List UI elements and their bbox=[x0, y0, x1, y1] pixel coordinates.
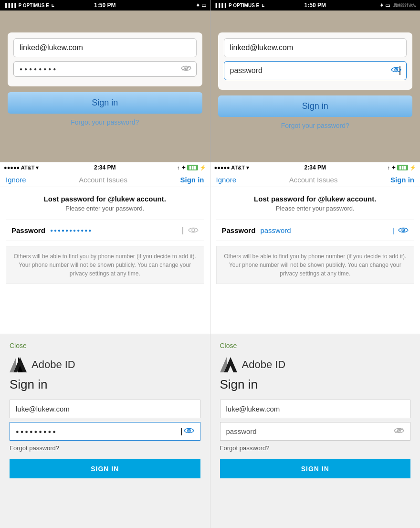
password-label-right: Password bbox=[222, 226, 256, 234]
location-icon: ↑ bbox=[177, 165, 180, 170]
ignore-button-right[interactable]: Ignore bbox=[216, 176, 237, 184]
password-field-left[interactable]: ●●●●●●●● bbox=[13, 61, 197, 77]
battery-icon: ▭ bbox=[201, 2, 206, 9]
form-container-left: linked@lukew.com ●●●●●●●● bbox=[8, 32, 202, 126]
carrier-label: P OPTIMUS E bbox=[19, 3, 49, 8]
signal-icon: ▐▐▐▐ bbox=[4, 3, 16, 8]
bt-icon-left: ✦ bbox=[181, 165, 186, 171]
adobe-screen-left: Close Adobe ID Sign in ●●●●●●●●● bbox=[0, 334, 210, 528]
twitter-screen-left: ●●●●● AT&T ▾ 2:34 PM ↑ ✦ ▮▮▮ ⚡ Ignore Ac… bbox=[0, 162, 210, 334]
signin-button-right[interactable]: Sign in bbox=[218, 95, 413, 117]
signin-link-left[interactable]: Sign in bbox=[180, 176, 204, 184]
time-twitter-left: 2:34 PM bbox=[94, 164, 116, 171]
bg-overlay-right: linked@lukew.com password bbox=[210, 11, 420, 162]
adobe-signin-title-right: Sign in bbox=[220, 377, 411, 392]
svg-point-4 bbox=[192, 229, 195, 232]
adobe-signin-button-right[interactable]: SIGN IN bbox=[220, 459, 411, 478]
carrier-label-r: P OPTIMUS E bbox=[229, 3, 259, 8]
eye-icon-twitter-right[interactable] bbox=[398, 225, 409, 236]
close-button-right[interactable]: Close bbox=[220, 342, 411, 349]
status-right-icons-right: ✦ ▭ 思绪设计论坛 bbox=[379, 2, 416, 9]
edge-indicator-r: E bbox=[262, 3, 264, 8]
ignore-button-left[interactable]: Ignore bbox=[6, 176, 26, 184]
privacy-note-left: Others will be able to find you by phone… bbox=[6, 246, 204, 284]
status-right-icons-left: ✦ ▭ bbox=[196, 2, 206, 9]
lost-pw-sub-right: Please enter your password. bbox=[216, 205, 415, 212]
adobe-signin-button-left[interactable]: SIGN IN bbox=[10, 459, 200, 478]
row2-twitter-screens: ●●●●● AT&T ▾ 2:34 PM ↑ ✦ ▮▮▮ ⚡ Ignore Ac… bbox=[0, 162, 420, 334]
carrier-twitter-right: ●●●●● AT&T ▾ bbox=[214, 165, 249, 171]
adobe-password-row-left[interactable]: ●●●●●●●●● bbox=[10, 422, 200, 441]
email-value-left: linked@lukew.com bbox=[20, 43, 83, 52]
email-field-left[interactable]: linked@lukew.com bbox=[13, 38, 197, 57]
adobe-password-row-right[interactable]: password bbox=[220, 422, 411, 441]
adobe-eye-strikethrough-icon[interactable] bbox=[394, 427, 404, 435]
eye-icon-twitter-left[interactable] bbox=[188, 225, 199, 236]
adobe-header-left: Adobe ID bbox=[10, 356, 200, 373]
bt-icon-right: ✦ bbox=[391, 165, 396, 171]
time-display-right: 1:50 PM bbox=[304, 2, 326, 9]
eye-closed-icon-left[interactable] bbox=[181, 65, 191, 74]
bluetooth-icon-r: ✦ bbox=[379, 2, 384, 9]
privacy-note-right: Others will be able to find you by phone… bbox=[216, 246, 415, 284]
location-icon-r: ↑ bbox=[388, 165, 390, 170]
cursor-twitter-right: | bbox=[392, 226, 394, 234]
forgot-link-right[interactable]: Forgot your password? bbox=[218, 122, 413, 129]
cursor-twitter-left: | bbox=[182, 226, 184, 235]
adobe-eye-icon-left[interactable] bbox=[184, 427, 194, 435]
password-cursor-left bbox=[181, 428, 182, 435]
svg-point-3 bbox=[396, 69, 397, 71]
password-value-twitter-right: password bbox=[260, 226, 392, 234]
time-display-left: 1:50 PM bbox=[94, 2, 116, 9]
nav-title-left: Account Issues bbox=[79, 176, 127, 184]
forgot-link-adobe-left[interactable]: Forgot password? bbox=[10, 444, 200, 452]
adobe-email-input-right[interactable] bbox=[220, 400, 411, 418]
signal-icon-r: ▐▐▐▐ bbox=[214, 3, 227, 8]
password-row-right: Password password | bbox=[216, 220, 415, 241]
close-button-left[interactable]: Close bbox=[10, 342, 200, 349]
form-card-right: linked@lukew.com password bbox=[218, 32, 413, 90]
eye-open-icon-right[interactable] bbox=[391, 66, 401, 75]
status-bar-left: ▐▐▐▐ P OPTIMUS E E 1:50 PM ✦ ▭ bbox=[0, 0, 210, 11]
adobe-password-value-right: password bbox=[226, 427, 394, 435]
password-dots-left: ●●●●●●●● bbox=[20, 66, 58, 72]
bg-overlay-left: linked@lukew.com ●●●●●●●● bbox=[0, 11, 210, 162]
charging-icon-left: ⚡ bbox=[200, 165, 206, 171]
row3-adobe-screens: Close Adobe ID Sign in ●●●●●●●●● bbox=[0, 334, 420, 528]
adobe-email-input-left[interactable] bbox=[10, 400, 200, 418]
twitter-screen-right: ●●●●● AT&T ▾ 2:34 PM ↑ ✦ ▮▮▮ ⚡ Ignore Ac… bbox=[210, 162, 420, 334]
adobe-screen-right: Close Adobe ID Sign in password Forgot p… bbox=[210, 334, 420, 528]
form-card-left: linked@lukew.com ●●●●●●●● bbox=[8, 32, 202, 86]
adobe-password-dots-left: ●●●●●●●●● bbox=[16, 429, 181, 434]
password-field-right[interactable]: password bbox=[224, 61, 407, 80]
email-field-right[interactable]: linked@lukew.com bbox=[224, 38, 407, 57]
adobe-brand-right: Adobe ID bbox=[242, 359, 286, 371]
charging-icon-right: ⚡ bbox=[410, 165, 416, 171]
twitter-nav-right: Ignore Account Issues Sign in bbox=[210, 173, 420, 187]
password-label-left: Password bbox=[11, 226, 45, 234]
battery-twitter-left: ▮▮▮ bbox=[187, 165, 198, 170]
password-dots-twitter-left: ●●●●●●●●●●● bbox=[50, 228, 182, 233]
adobe-brand-left: Adobe ID bbox=[32, 359, 75, 371]
status-icons-twitter-left: ↑ ✦ ▮▮▮ ⚡ bbox=[177, 165, 206, 171]
status-left-icons: ▐▐▐▐ P OPTIMUS E E bbox=[4, 3, 54, 8]
ios-screen-left: ▐▐▐▐ P OPTIMUS E E 1:50 PM ✦ ▭ linked@lu… bbox=[0, 0, 210, 162]
time-twitter-right: 2:34 PM bbox=[304, 164, 326, 171]
bluetooth-icon: ✦ bbox=[196, 2, 200, 9]
ios-screen-right: ▐▐▐▐ P OPTIMUS E E 1:50 PM ✦ ▭ 思绪设计论坛 li… bbox=[210, 0, 420, 162]
svg-point-14 bbox=[188, 430, 189, 432]
forgot-link-adobe-right[interactable]: Forgot password? bbox=[220, 444, 411, 452]
twitter-status-right: ●●●●● AT&T ▾ 2:34 PM ↑ ✦ ▮▮▮ ⚡ bbox=[210, 162, 420, 173]
forgot-link-left[interactable]: Forgot your password? bbox=[8, 118, 202, 126]
lost-pw-main-right: Lost password for @lukew account. bbox=[216, 195, 415, 203]
carrier-twitter-left: ●●●●● AT&T ▾ bbox=[4, 165, 39, 171]
battery-twitter-right: ▮▮▮ bbox=[397, 165, 408, 170]
signin-link-right[interactable]: Sign in bbox=[390, 176, 414, 184]
lost-pw-main-left: Lost password for @lukew account. bbox=[6, 195, 204, 203]
email-value-right: linked@lukew.com bbox=[230, 43, 294, 52]
twitter-message-right: Lost password for @lukew account. Please… bbox=[216, 195, 415, 212]
status-icons-twitter-right: ↑ ✦ ▮▮▮ ⚡ bbox=[388, 165, 417, 171]
status-left-icons-r: ▐▐▐▐ P OPTIMUS E E bbox=[214, 3, 265, 8]
password-value-right: password bbox=[230, 66, 262, 75]
signin-button-left[interactable]: Sign in bbox=[8, 92, 202, 114]
